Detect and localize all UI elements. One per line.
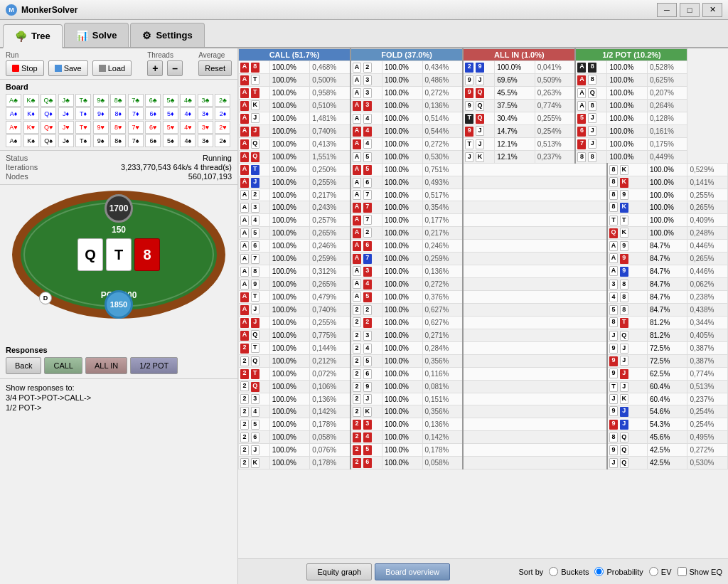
call-ev: 0,072% [310,368,350,381]
card-qd[interactable]: Q♦ [41,107,56,120]
card-3c[interactable]: 3♣ [198,94,213,107]
halfpot-ev: 0,254% [687,418,728,431]
halfpot-ev: 0,175% [647,138,687,151]
card-ac[interactable]: A♣ [6,94,21,107]
card-td[interactable]: T♦ [75,107,91,120]
close-button[interactable]: ✕ [702,3,722,17]
minimize-button[interactable]: ─ [657,3,677,17]
fold-pct: 100.0% [382,291,422,304]
allin-button[interactable]: ALL IN [85,357,127,374]
allin-header: ALL IN (1.0%) [463,49,575,61]
card-3s[interactable]: 3♠ [198,134,213,147]
reset-button[interactable]: Reset [198,60,232,76]
bet-middle: 150 [112,225,126,235]
card-8s[interactable]: 8♠ [110,134,126,147]
threads-plus[interactable]: + [147,60,163,76]
halfpot-pct: 72.5% [647,342,687,355]
show-eq-checkbox[interactable] [678,567,687,576]
halfpot-ev: 0,062% [687,278,728,291]
card-6c[interactable]: 6♣ [145,94,161,107]
card-4s[interactable]: 4♠ [180,134,196,147]
tab-tree[interactable]: 🌳 Tree [3,24,63,48]
card-7s[interactable]: 7♠ [128,134,144,147]
tab-solve[interactable]: 📊 Solve [64,23,129,47]
card-jd[interactable]: J♦ [58,107,74,120]
card-kh[interactable]: K♥ [23,121,39,134]
buckets-radio[interactable] [549,567,558,576]
card-3h[interactable]: 3♥ [198,121,213,134]
card-5d[interactable]: 5♦ [163,107,178,120]
hand-cell: A J [239,304,270,317]
save-label: Save [64,64,82,73]
card-3d[interactable]: 3♦ [198,107,213,120]
card-7c[interactable]: 7♣ [128,94,144,107]
card-2c[interactable]: 2♣ [215,94,230,107]
halfpot-pct: 84.7% [647,278,687,291]
call-pct: 100.0% [269,278,309,291]
ev-radio[interactable] [649,567,658,576]
maximize-button[interactable]: □ [680,3,700,17]
card-6d[interactable]: 6♦ [145,107,161,120]
card-2d[interactable]: 2♦ [215,107,230,120]
call-button[interactable]: CALL [44,357,82,374]
threads-minus[interactable]: – [167,60,183,76]
card-qh[interactable]: Q♥ [41,121,56,134]
halfpot-button[interactable]: 1/2 POT [130,357,178,374]
card-9h[interactable]: 9♥ [93,121,109,134]
hand-cell: A Q [575,87,607,100]
card-2s[interactable]: 2♠ [215,134,230,147]
card-th[interactable]: T♥ [75,121,91,134]
allin-empty [463,189,607,201]
card-5c[interactable]: 5♣ [163,94,178,107]
halfpot-pct: 100.0% [607,61,647,74]
card-8h[interactable]: 8♥ [110,121,126,134]
card-jh[interactable]: J♥ [58,121,74,134]
stop-button[interactable]: Stop [6,60,44,76]
halfpot-ev: 0,529% [687,164,728,176]
card-9c[interactable]: 9♣ [93,94,109,107]
card-9d[interactable]: 9♦ [93,107,109,120]
card-ah[interactable]: A♥ [6,121,21,134]
equity-graph-button[interactable]: Equity graph [306,563,372,580]
card-6s[interactable]: 6♠ [145,134,161,147]
chip-bottom: 1850 [105,290,133,319]
card-4c[interactable]: 4♣ [180,94,196,107]
card-6h[interactable]: 6♥ [145,121,161,134]
call-pct: 100.0% [269,176,309,189]
call-pct: 100.0% [269,405,309,418]
card-9s[interactable]: 9♠ [93,134,109,147]
probability-radio[interactable] [594,567,604,576]
card-js[interactable]: J♠ [58,134,74,147]
card-8c[interactable]: 8♣ [110,94,126,107]
card-ts[interactable]: T♠ [75,134,91,147]
call-pct: 100.0% [269,112,309,125]
card-kd[interactable]: K♦ [23,107,39,120]
card-qc[interactable]: Q♣ [41,94,56,107]
hand-cell: 2 6 [350,457,382,469]
card-ks[interactable]: K♠ [23,134,39,147]
card-ad[interactable]: A♦ [6,107,21,120]
card-8d[interactable]: 8♦ [110,107,126,120]
card-qs[interactable]: Q♠ [41,134,56,147]
strategy-table-container[interactable]: CALL (51.7%) FOLD (37.0%) ALL IN (1.0%) … [238,48,728,558]
card-as[interactable]: A♠ [6,134,21,147]
tab-settings[interactable]: ⚙ Settings [130,23,204,47]
card-kc[interactable]: K♣ [23,94,39,107]
call-pct: 100.0% [269,265,309,278]
back-button[interactable]: Back [6,357,41,374]
card-2h[interactable]: 2♥ [215,121,230,134]
card-jc[interactable]: J♣ [58,94,74,107]
card-7d[interactable]: 7♦ [128,107,144,120]
board-overview-button[interactable]: Board overview [375,563,450,580]
fold-pct: 100.0% [382,265,422,278]
call-ev: 0,255% [310,317,350,329]
card-5s[interactable]: 5♠ [163,134,178,147]
save-button[interactable]: Save [48,60,88,76]
card-4d[interactable]: 4♦ [180,107,196,120]
load-button[interactable]: Load [92,60,132,76]
call-ev: 0,740% [310,125,350,138]
card-4h[interactable]: 4♥ [180,121,196,134]
card-5h[interactable]: 5♥ [163,121,178,134]
card-7h[interactable]: 7♥ [128,121,144,134]
card-tc[interactable]: T♣ [75,94,91,107]
